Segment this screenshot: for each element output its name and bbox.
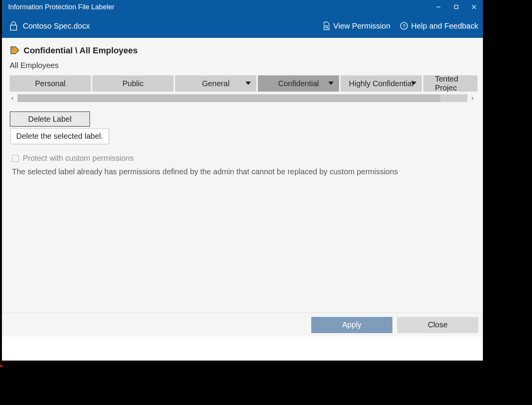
- body-area: Confidential \ All Employees All Employe…: [2, 38, 483, 337]
- scroll-left-arrow[interactable]: ‹: [10, 94, 15, 102]
- delete-label-button[interactable]: Delete Label: [10, 111, 90, 127]
- current-label-path: Confidential \ All Employees: [24, 46, 138, 56]
- label-chip-highly-confidential[interactable]: Highly Confidential: [341, 75, 422, 92]
- chevron-down-icon: [328, 82, 334, 85]
- chip-label: Public: [123, 79, 143, 88]
- custom-permissions-checkbox[interactable]: [12, 155, 19, 162]
- svg-marker-11: [246, 82, 251, 85]
- scroll-right-arrow[interactable]: ›: [470, 94, 475, 102]
- window-title: Information Protection File Labeler: [8, 3, 114, 11]
- help-icon: ?: [400, 22, 408, 30]
- current-sublabel: All Employees: [2, 58, 483, 75]
- scroll-track[interactable]: [17, 94, 467, 102]
- apply-button[interactable]: Apply: [311, 317, 392, 333]
- chip-label: Highly Confidential: [349, 79, 414, 88]
- svg-marker-13: [411, 82, 416, 85]
- custom-permissions-label: Protect with custom permissions: [23, 154, 134, 163]
- chip-label: Confidential: [278, 79, 319, 88]
- label-chip-personal[interactable]: Personal: [10, 75, 91, 92]
- label-chip-confidential[interactable]: Confidential: [258, 75, 339, 92]
- delete-label-tooltip: Delete the selected label.: [10, 128, 109, 144]
- svg-marker-9: [11, 47, 19, 54]
- filename-label: Contoso Spec.docx: [23, 22, 90, 31]
- footer: Apply Close: [2, 313, 483, 337]
- close-window-button[interactable]: [465, 0, 483, 14]
- close-button[interactable]: Close: [397, 317, 478, 333]
- minimize-button[interactable]: [430, 0, 447, 14]
- chip-label: Tented Projec: [435, 75, 477, 92]
- svg-point-10: [12, 48, 14, 49]
- label-chip-tented[interactable]: Tented Projec: [423, 75, 477, 92]
- maximize-button[interactable]: [447, 0, 465, 14]
- tag-icon: [10, 46, 20, 56]
- svg-marker-12: [328, 82, 334, 85]
- chip-label: Personal: [35, 79, 66, 88]
- help-feedback-link[interactable]: ? Help and Feedback: [400, 22, 478, 31]
- view-permission-link[interactable]: View Permission: [322, 21, 390, 31]
- svg-line-6: [327, 27, 328, 29]
- svg-rect-4: [10, 25, 17, 30]
- view-permission-label: View Permission: [333, 22, 390, 31]
- toolbar: Contoso Spec.docx View Permission ? Help…: [2, 14, 483, 38]
- chip-label: General: [202, 79, 229, 88]
- red-dot-icon: [0, 365, 2, 367]
- svg-rect-1: [455, 5, 458, 9]
- document-permission-icon: [322, 21, 330, 31]
- chevron-down-icon: [246, 82, 251, 85]
- help-feedback-label: Help and Feedback: [411, 22, 478, 31]
- label-chip-general[interactable]: General: [175, 75, 256, 92]
- permissions-info-text: The selected label already has permissio…: [2, 163, 483, 176]
- scroll-thumb[interactable]: [17, 94, 440, 102]
- svg-text:?: ?: [402, 23, 405, 29]
- chip-scrollbar[interactable]: ‹ ›: [10, 94, 475, 102]
- lock-icon: [9, 20, 18, 31]
- chevron-down-icon: [411, 82, 416, 85]
- label-chip-public[interactable]: Public: [92, 75, 174, 92]
- titlebar: Information Protection File Labeler: [2, 0, 483, 14]
- label-chip-row: Personal Public General Confidential: [10, 75, 477, 92]
